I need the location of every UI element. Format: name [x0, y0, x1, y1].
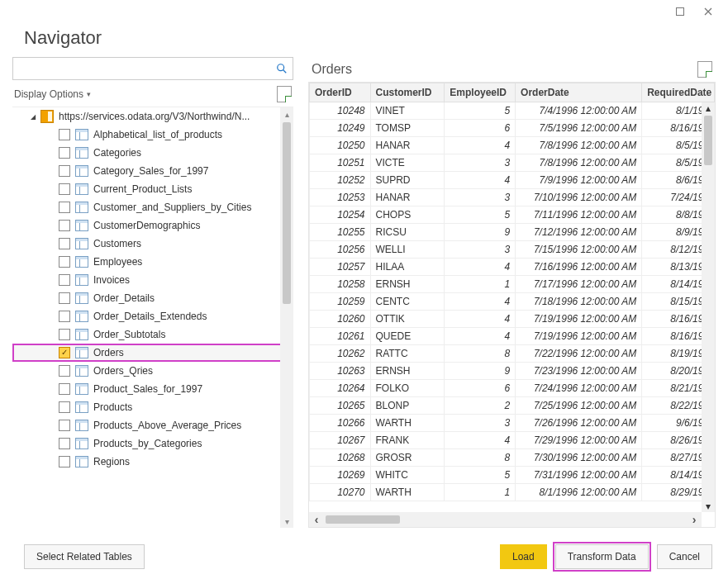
tree-item-products[interactable]: Products — [12, 398, 293, 416]
cell: 7/17/1996 12:00:00 AM — [516, 276, 642, 293]
table-row[interactable]: 10253HANAR37/10/1996 12:00:00 AM7/24/199 — [310, 189, 715, 206]
scroll-up-icon[interactable]: ▴ — [706, 102, 711, 114]
load-button[interactable]: Load — [500, 544, 547, 569]
table-row[interactable]: 10268GROSR87/30/1996 12:00:00 AM8/27/199 — [310, 449, 715, 467]
scroll-left-icon[interactable]: ‹ — [309, 512, 324, 527]
column-header-requireddate[interactable]: RequiredDate — [642, 83, 715, 102]
table-row[interactable]: 10254CHOPS57/11/1996 12:00:00 AM8/8/199 — [310, 206, 715, 224]
scrollbar-thumb[interactable] — [704, 116, 712, 165]
checkbox[interactable] — [59, 420, 70, 431]
table-row[interactable]: 10262RATTC87/22/1996 12:00:00 AM8/19/199 — [310, 345, 715, 363]
table-row[interactable]: 10265BLONP27/25/1996 12:00:00 AM8/22/199 — [310, 397, 715, 415]
tree-item-regions[interactable]: Regions — [12, 453, 293, 471]
preview-options-icon[interactable] — [697, 61, 712, 78]
column-header-customerid[interactable]: CustomerID — [370, 83, 445, 102]
refresh-icon[interactable] — [277, 86, 292, 102]
tree-item-customer_and_suppliers_by_cities[interactable]: Customer_and_Suppliers_by_Cities — [12, 198, 293, 216]
table-row[interactable]: 10252SUPRD47/9/1996 12:00:00 AM8/6/199 — [310, 172, 715, 189]
scrollbar-thumb[interactable] — [283, 122, 291, 304]
window-restore-button[interactable] — [666, 2, 694, 21]
table-row[interactable]: 10251VICTE37/8/1996 12:00:00 AM8/5/199 — [310, 154, 715, 172]
checkbox[interactable]: ✓ — [59, 347, 70, 358]
checkbox[interactable] — [59, 165, 70, 177]
tree-item-alphabetical_list_of_products[interactable]: Alphabetical_list_of_products — [12, 126, 293, 144]
table-row[interactable]: 10263ERNSH97/23/1996 12:00:00 AM8/20/199 — [310, 363, 715, 380]
tree-item-order_details_extendeds[interactable]: Order_Details_Extendeds — [12, 307, 293, 325]
tree-item-orders_qries[interactable]: Orders_Qries — [12, 362, 293, 380]
table-row[interactable]: 10269WHITC57/31/1996 12:00:00 AM8/14/199 — [310, 467, 715, 484]
checkbox[interactable] — [59, 147, 70, 159]
table-row[interactable]: 10270WARTH18/1/1996 12:00:00 AM8/29/199 — [310, 484, 715, 501]
table-row[interactable]: 10257HILAA47/16/1996 12:00:00 AM8/13/199 — [310, 259, 715, 276]
window-close-button[interactable] — [694, 2, 722, 21]
scroll-down-icon[interactable]: ▾ — [280, 515, 293, 528]
tree-item-categories[interactable]: Categories — [12, 144, 293, 162]
scroll-right-icon[interactable]: › — [687, 512, 702, 527]
table-row[interactable]: 10249TOMSP67/5/1996 12:00:00 AM8/16/199 — [310, 120, 715, 137]
tree-item-label: Employees — [93, 256, 142, 268]
tree-item-current_product_lists[interactable]: Current_Product_Lists — [12, 180, 293, 198]
tree-item-customerdemographics[interactable]: CustomerDemographics — [12, 216, 293, 235]
checkbox[interactable] — [59, 256, 70, 268]
table-row[interactable]: 10266WARTH37/26/1996 12:00:00 AM9/6/199 — [310, 415, 715, 432]
tree-item-category_sales_for_1997[interactable]: Category_Sales_for_1997 — [12, 162, 293, 180]
grid-vertical-scrollbar[interactable]: ▴ ▾ — [702, 102, 715, 512]
checkbox[interactable] — [59, 456, 70, 467]
checkbox[interactable] — [59, 311, 70, 322]
tree-root[interactable]: ◢https://services.odata.org/V3/Northwind… — [12, 107, 293, 126]
tree-item-products_by_categories[interactable]: Products_by_Categories — [12, 434, 293, 453]
checkbox[interactable] — [59, 220, 70, 231]
checkbox[interactable] — [59, 202, 70, 213]
tree-item-customers[interactable]: Customers — [12, 235, 293, 253]
dialog-footer: Select Related Tables Load Transform Dat… — [1, 535, 727, 578]
table-row[interactable]: 10267FRANK47/29/1996 12:00:00 AM8/26/199 — [310, 432, 715, 449]
scrollbar-thumb[interactable] — [326, 515, 400, 524]
checkbox[interactable] — [59, 238, 70, 249]
table-row[interactable]: 10256WELLI37/15/1996 12:00:00 AM8/12/199 — [310, 241, 715, 259]
scroll-down-icon[interactable]: ▾ — [706, 501, 711, 512]
checkbox[interactable] — [59, 292, 70, 304]
cancel-button[interactable]: Cancel — [657, 544, 712, 569]
cell: 9 — [445, 363, 516, 380]
grid-horizontal-scrollbar[interactable]: ‹ › — [309, 512, 702, 527]
checkbox[interactable] — [59, 274, 70, 286]
search-icon[interactable] — [271, 63, 293, 74]
scroll-up-icon[interactable]: ▴ — [280, 107, 293, 121]
table-row[interactable]: 10264FOLKO67/24/1996 12:00:00 AM8/21/199 — [310, 380, 715, 397]
checkbox[interactable] — [59, 183, 70, 195]
search-box[interactable] — [12, 57, 293, 80]
column-header-orderid[interactable]: OrderID — [310, 83, 371, 102]
cell: 7/19/1996 12:00:00 AM — [516, 328, 642, 345]
table-row[interactable]: 10255RICSU97/12/1996 12:00:00 AM8/9/199 — [310, 224, 715, 241]
tree-item-invoices[interactable]: Invoices — [12, 271, 293, 289]
tree-item-employees[interactable]: Employees — [12, 253, 293, 271]
tree-scrollbar[interactable]: ▴ ▾ — [280, 107, 293, 528]
table-row[interactable]: 10250HANAR47/8/1996 12:00:00 AM8/5/199 — [310, 137, 715, 154]
tree-item-orders[interactable]: ✓Orders — [12, 344, 293, 362]
tree-item-order_subtotals[interactable]: Order_Subtotals — [12, 325, 293, 344]
checkbox[interactable] — [59, 329, 70, 340]
search-input[interactable] — [13, 59, 271, 78]
transform-data-button[interactable]: Transform Data — [555, 544, 649, 569]
column-header-orderdate[interactable]: OrderDate — [516, 83, 642, 102]
checkbox[interactable] — [59, 365, 70, 377]
checkbox[interactable] — [59, 401, 70, 413]
tree-item-product_sales_for_1997[interactable]: Product_Sales_for_1997 — [12, 380, 293, 398]
cell: 1 — [445, 484, 516, 501]
table-row[interactable]: 10248VINET57/4/1996 12:00:00 AM8/1/199 — [310, 102, 715, 120]
table-row[interactable]: 10259CENTC47/18/1996 12:00:00 AM8/15/199 — [310, 293, 715, 311]
table-row[interactable]: 10260OTTIK47/19/1996 12:00:00 AM8/16/199 — [310, 311, 715, 328]
tree-item-products_above_average_prices[interactable]: Products_Above_Average_Prices — [12, 416, 293, 434]
table-icon — [75, 202, 88, 213]
checkbox[interactable] — [59, 438, 70, 449]
checkbox[interactable] — [59, 383, 70, 395]
column-header-employeeid[interactable]: EmployeeID — [445, 83, 516, 102]
checkbox[interactable] — [59, 129, 70, 140]
table-row[interactable]: 10261QUEDE47/19/1996 12:00:00 AM8/16/199 — [310, 328, 715, 345]
tree-item-order_details[interactable]: Order_Details — [12, 289, 293, 307]
display-options-dropdown[interactable]: Display Options ▾ — [14, 88, 91, 100]
table-icon — [75, 456, 88, 467]
close-icon — [703, 7, 713, 17]
select-related-tables-button[interactable]: Select Related Tables — [24, 544, 145, 569]
table-row[interactable]: 10258ERNSH17/17/1996 12:00:00 AM8/14/199 — [310, 276, 715, 293]
